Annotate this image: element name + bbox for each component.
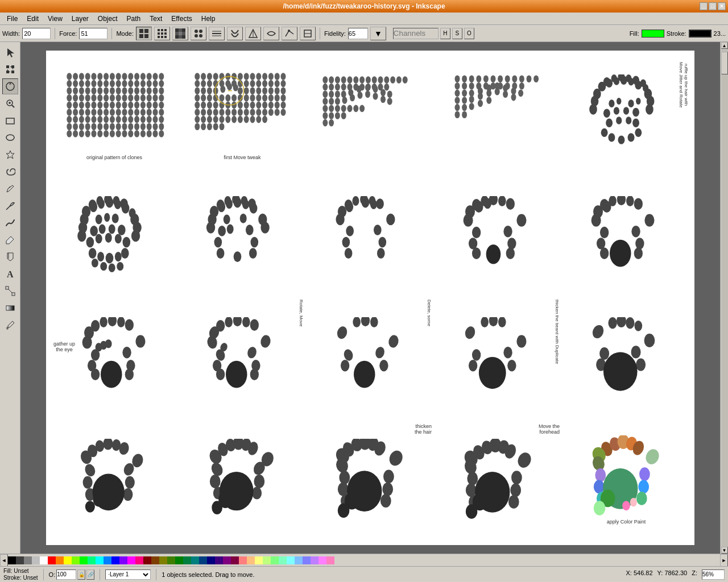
- palette-color-swatch[interactable]: [247, 556, 255, 564]
- text-tool-btn[interactable]: A: [2, 266, 18, 282]
- fill-color-swatch[interactable]: [642, 30, 664, 38]
- menu-object[interactable]: Object: [93, 14, 122, 24]
- paint-bucket-btn[interactable]: [2, 249, 18, 265]
- palette-color-swatch[interactable]: [183, 556, 191, 564]
- tweak-tool-btn[interactable]: [2, 78, 18, 94]
- palette-color-swatch[interactable]: [80, 556, 88, 564]
- mode-button-6[interactable]: [227, 27, 243, 40]
- menu-view[interactable]: View: [43, 14, 67, 24]
- palette-color-swatch[interactable]: [279, 556, 287, 564]
- opacity-icon-btn[interactable]: 🔒: [77, 569, 85, 580]
- palette-color-swatch[interactable]: [72, 556, 80, 564]
- palette-color-swatch[interactable]: [119, 556, 127, 564]
- palette-scroll-right-btn[interactable]: ►: [720, 554, 728, 567]
- menu-path[interactable]: Path: [122, 14, 146, 24]
- opacity-link-btn[interactable]: 🔗: [86, 569, 94, 580]
- palette-color-swatch[interactable]: [303, 556, 311, 564]
- dropper-tool-btn[interactable]: [2, 317, 18, 333]
- mode-button-4[interactable]: [191, 27, 206, 40]
- palette-color-swatch[interactable]: [207, 556, 215, 564]
- palette-color-swatch[interactable]: [151, 556, 159, 564]
- select-tool-btn[interactable]: [2, 44, 18, 60]
- palette-color-swatch[interactable]: [24, 556, 32, 564]
- palette-color-swatch[interactable]: [175, 556, 183, 564]
- menu-file[interactable]: File: [2, 14, 22, 24]
- palette-color-swatch[interactable]: [40, 556, 48, 564]
- menu-text[interactable]: Text: [145, 14, 167, 24]
- palette-color-swatch[interactable]: [159, 556, 167, 564]
- palette-color-swatch[interactable]: [111, 556, 119, 564]
- palette-color-swatch[interactable]: [127, 556, 135, 564]
- palette-color-swatch[interactable]: [191, 556, 199, 564]
- palette-color-swatch[interactable]: [311, 556, 318, 564]
- palette-color-swatch[interactable]: [271, 556, 279, 564]
- menu-edit[interactable]: Edit: [22, 14, 43, 24]
- palette-color-swatch[interactable]: [8, 556, 16, 564]
- pencil-tool-btn[interactable]: [2, 181, 18, 197]
- palette-color-swatch[interactable]: [16, 556, 24, 564]
- palette-color-swatch[interactable]: [96, 556, 104, 564]
- spiral-tool-btn[interactable]: [2, 164, 18, 180]
- mode-button-3[interactable]: [172, 27, 188, 40]
- scroll-down-btn[interactable]: ▼: [721, 547, 728, 554]
- palette-color-swatch[interactable]: [56, 556, 64, 564]
- palette-scroll-left-btn[interactable]: ◄: [0, 554, 8, 567]
- connector-tool-btn[interactable]: [2, 283, 18, 299]
- star-tool-btn[interactable]: [2, 147, 18, 163]
- eraser-tool-btn[interactable]: [2, 232, 18, 248]
- palette-color-swatch[interactable]: [263, 556, 271, 564]
- vertical-scrollbar[interactable]: ▲ ▼: [720, 42, 728, 554]
- stroke-color-swatch[interactable]: [689, 30, 712, 38]
- mode-button-7[interactable]: [245, 27, 261, 40]
- width-input[interactable]: [22, 28, 51, 39]
- layer-select[interactable]: ·Layer 1: [105, 569, 151, 580]
- node-tool-btn[interactable]: [2, 61, 18, 77]
- palette-color-swatch[interactable]: [167, 556, 175, 564]
- mode-button-1[interactable]: [136, 27, 152, 40]
- palette-color-swatch[interactable]: [231, 556, 239, 564]
- palette-color-swatch[interactable]: [48, 556, 56, 564]
- mode-button-9[interactable]: [282, 27, 297, 40]
- palette-color-swatch[interactable]: [88, 556, 96, 564]
- palette-color-swatch[interactable]: [326, 556, 334, 564]
- menu-layer[interactable]: Layer: [67, 14, 93, 24]
- menu-help[interactable]: Help: [197, 14, 220, 24]
- channel-s-btn[interactable]: S: [452, 28, 462, 39]
- ellipse-tool-btn[interactable]: [2, 130, 18, 146]
- fidelity-input[interactable]: [348, 28, 368, 39]
- force-input[interactable]: [79, 28, 107, 39]
- palette-color-swatch[interactable]: [287, 556, 295, 564]
- maximize-button[interactable]: □: [709, 2, 717, 10]
- mode-button-8[interactable]: [263, 27, 279, 40]
- scroll-up-btn[interactable]: ▲: [721, 42, 728, 49]
- close-button[interactable]: ✕: [718, 2, 726, 10]
- palette-color-swatch[interactable]: [223, 556, 231, 564]
- channels-input[interactable]: [393, 28, 439, 39]
- channel-o-btn[interactable]: O: [464, 28, 474, 39]
- palette-color-swatch[interactable]: [143, 556, 151, 564]
- canvas-area[interactable]: original pattern of clones: [20, 42, 720, 554]
- zoom-tool-btn[interactable]: [2, 95, 18, 111]
- opacity-input[interactable]: [56, 569, 76, 580]
- palette-color-swatch[interactable]: [64, 556, 72, 564]
- mode-button-2[interactable]: [154, 27, 170, 40]
- fidelity-arrow-btn[interactable]: ▼: [370, 27, 386, 40]
- pen-tool-btn[interactable]: [2, 198, 18, 214]
- palette-color-swatch[interactable]: [104, 556, 111, 564]
- menu-effects[interactable]: Effects: [167, 14, 196, 24]
- mode-button-5[interactable]: [209, 27, 225, 40]
- minimize-button[interactable]: _: [700, 2, 708, 10]
- palette-color-swatch[interactable]: [318, 556, 326, 564]
- scroll-thumb[interactable]: [721, 52, 728, 74]
- mode-button-10[interactable]: [300, 27, 316, 40]
- palette-color-swatch[interactable]: [199, 556, 207, 564]
- palette-color-swatch[interactable]: [255, 556, 263, 564]
- palette-color-swatch[interactable]: [215, 556, 223, 564]
- palette-color-swatch[interactable]: [295, 556, 303, 564]
- palette-color-swatch[interactable]: [32, 556, 40, 564]
- channel-h-btn[interactable]: H: [440, 28, 450, 39]
- zoom-input[interactable]: [702, 569, 725, 580]
- rectangle-tool-btn[interactable]: [2, 113, 18, 128]
- palette-color-swatch[interactable]: [239, 556, 247, 564]
- palette-color-swatch[interactable]: [135, 556, 143, 564]
